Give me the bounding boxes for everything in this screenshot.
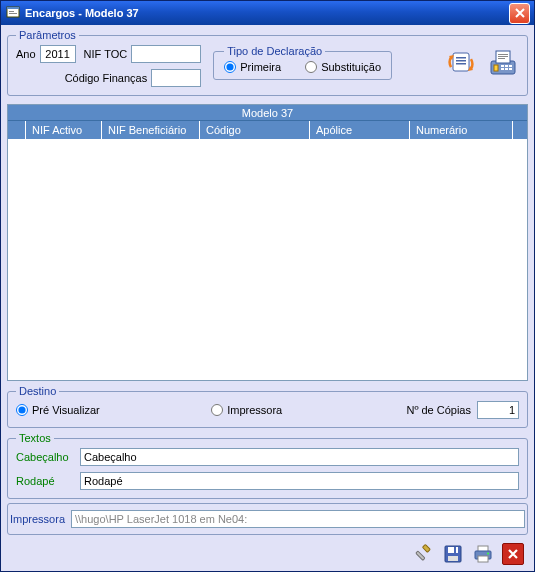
- impressora-group: Impressora: [7, 503, 528, 535]
- close-button[interactable]: [502, 543, 524, 565]
- app-window: Encargos - Modelo 37 Parâmetros Ano NIF …: [0, 0, 535, 572]
- settings-button[interactable]: [412, 543, 434, 565]
- primeira-radio[interactable]: [224, 61, 236, 73]
- window-close-button[interactable]: [509, 3, 530, 24]
- column-end: [513, 121, 527, 139]
- svg-rect-3: [9, 13, 17, 14]
- destino-group: Destino Pré Visualizar Impressora Nº de …: [7, 385, 528, 428]
- svg-rect-7: [456, 63, 466, 65]
- refresh-button[interactable]: [445, 47, 477, 79]
- textos-group: Textos Cabeçalho Rodapé: [7, 432, 528, 499]
- rodape-label: Rodapé: [16, 475, 76, 487]
- destino-legend: Destino: [16, 385, 59, 397]
- grid-header: NIF Activo NIF Beneficiário Código Apóli…: [8, 121, 527, 139]
- svg-rect-26: [454, 547, 456, 553]
- bottom-toolbar: [7, 539, 528, 565]
- titlebar: Encargos - Modelo 37: [1, 1, 534, 25]
- parametros-group: Parâmetros Ano NIF TOC Código Finanças: [7, 29, 528, 96]
- svg-rect-5: [456, 57, 466, 59]
- tipo-declaracao-legend: Tipo de Declaração: [224, 45, 325, 57]
- column-codigo[interactable]: Código: [200, 121, 310, 139]
- grid-title: Modelo 37: [8, 105, 527, 121]
- impressora-label: Impressora: [10, 513, 65, 525]
- svg-rect-1: [7, 7, 19, 9]
- svg-point-31: [487, 553, 489, 555]
- svg-rect-22: [422, 544, 430, 552]
- pre-visualizar-radio[interactable]: [16, 404, 28, 416]
- svg-rect-17: [505, 65, 508, 67]
- substituicao-radio[interactable]: [305, 61, 317, 73]
- svg-rect-25: [448, 547, 458, 553]
- parametros-legend: Parâmetros: [16, 29, 79, 41]
- svg-rect-16: [501, 65, 504, 67]
- impressora-input[interactable]: [71, 510, 525, 528]
- nif-toc-label: NIF TOC: [84, 48, 128, 60]
- svg-rect-23: [416, 551, 425, 560]
- window-title: Encargos - Modelo 37: [25, 7, 509, 19]
- fax-button[interactable]: [487, 47, 519, 79]
- impressora-radio-label: Impressora: [227, 404, 282, 416]
- tipo-declaracao-group: Tipo de Declaração Primeira Substituição: [213, 45, 392, 80]
- rodape-input[interactable]: [80, 472, 519, 490]
- primeira-label: Primeira: [240, 61, 281, 73]
- app-icon: [5, 5, 21, 21]
- svg-rect-12: [498, 54, 508, 55]
- codigo-financas-label: Código Finanças: [65, 72, 148, 84]
- data-grid[interactable]: Modelo 37 NIF Activo NIF Beneficiário Có…: [7, 104, 528, 381]
- svg-rect-6: [456, 60, 466, 62]
- codigo-financas-input[interactable]: [151, 69, 201, 87]
- num-copias-label: Nº de Cópias: [406, 404, 471, 416]
- svg-rect-13: [498, 56, 508, 57]
- svg-rect-4: [453, 53, 469, 71]
- substituicao-label: Substituição: [321, 61, 381, 73]
- impressora-radio[interactable]: [211, 404, 223, 416]
- ano-input[interactable]: [40, 45, 76, 63]
- print-button[interactable]: [472, 543, 494, 565]
- grid-selector-column[interactable]: [8, 121, 26, 139]
- svg-rect-14: [498, 58, 505, 59]
- nif-toc-input[interactable]: [131, 45, 201, 63]
- svg-rect-18: [509, 65, 512, 67]
- textos-legend: Textos: [16, 432, 54, 444]
- cabecalho-label: Cabeçalho: [16, 451, 76, 463]
- grid-body[interactable]: [8, 139, 527, 380]
- svg-rect-21: [509, 68, 512, 70]
- svg-rect-19: [501, 68, 504, 70]
- svg-rect-15: [494, 65, 498, 71]
- ano-label: Ano: [16, 48, 36, 60]
- column-nif-activo[interactable]: NIF Activo: [26, 121, 102, 139]
- save-button[interactable]: [442, 543, 464, 565]
- pre-visualizar-label: Pré Visualizar: [32, 404, 100, 416]
- svg-rect-20: [505, 68, 508, 70]
- column-apolice[interactable]: Apólice: [310, 121, 410, 139]
- num-copias-input[interactable]: [477, 401, 519, 419]
- window-body: Parâmetros Ano NIF TOC Código Finanças: [1, 25, 534, 571]
- column-numerario[interactable]: Numerário: [410, 121, 513, 139]
- column-nif-beneficiario[interactable]: NIF Beneficiário: [102, 121, 200, 139]
- cabecalho-input[interactable]: [80, 448, 519, 466]
- svg-rect-30: [478, 556, 488, 562]
- svg-rect-2: [9, 11, 14, 12]
- svg-rect-27: [448, 556, 458, 561]
